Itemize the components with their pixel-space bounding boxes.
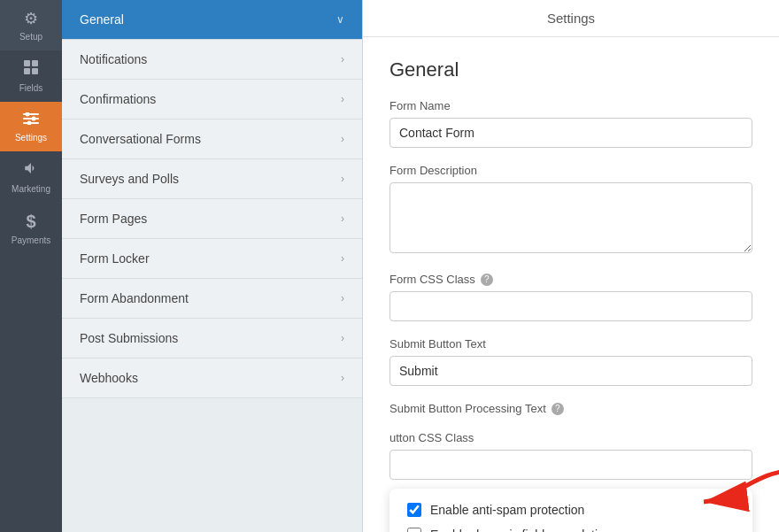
dynamic-fields-checkbox[interactable] xyxy=(407,528,421,532)
sidebar-item-post-submissions[interactable]: Post Submissions › xyxy=(62,319,362,359)
content-area: General Form Name Form Description Form … xyxy=(363,37,779,532)
section-title: General xyxy=(390,58,752,81)
icon-navigation: ⚙ Setup Fields xyxy=(0,0,62,532)
dynamic-fields-row: Enable dynamic fields population xyxy=(407,528,735,532)
button-css-class-group: utton CSS Class Enable anti-spam protect… xyxy=(390,431,752,532)
sidebar-item-form-locker[interactable]: Form Locker › xyxy=(62,239,362,279)
main-content: Settings General Form Name Form Descript… xyxy=(363,0,779,532)
nav-label-payments: Payments xyxy=(12,235,50,245)
submit-button-text-group: Submit Button Text xyxy=(390,337,752,386)
form-description-textarea[interactable] xyxy=(390,182,752,253)
sidebar-label-conversational-forms: Conversational Forms xyxy=(80,132,201,146)
page-title: Settings xyxy=(547,11,595,26)
form-name-input[interactable] xyxy=(390,118,752,148)
svg-rect-2 xyxy=(24,68,30,74)
sidebar-label-webhooks: Webhooks xyxy=(80,371,138,385)
svg-rect-0 xyxy=(24,60,30,66)
sidebar-item-general[interactable]: General ∨ xyxy=(62,0,362,40)
svg-point-8 xyxy=(32,117,36,121)
nav-item-marketing[interactable]: Marketing xyxy=(0,151,62,203)
sidebar-item-notifications[interactable]: Notifications › xyxy=(62,40,362,80)
chevron-right-icon: › xyxy=(341,212,344,225)
nav-label-fields: Fields xyxy=(19,83,43,93)
antispam-row: Enable anti-spam protection xyxy=(407,503,735,517)
sidebar-label-confirmations: Confirmations xyxy=(80,92,156,106)
nav-item-settings[interactable]: Settings xyxy=(0,102,62,151)
sidebar-label-post-submissions: Post Submissions xyxy=(80,331,178,345)
sidebar-label-form-locker: Form Locker xyxy=(80,251,150,266)
nav-item-setup[interactable]: ⚙ Setup xyxy=(0,0,62,50)
submit-button-text-label: Submit Button Text xyxy=(390,337,752,351)
nav-label-settings: Settings xyxy=(15,133,47,143)
svg-point-9 xyxy=(27,121,32,126)
dynamic-fields-label[interactable]: Enable dynamic fields population xyxy=(430,528,612,532)
chevron-right-icon: › xyxy=(341,292,344,305)
form-name-group: Form Name xyxy=(390,99,752,148)
form-description-label: Form Description xyxy=(390,164,752,177)
form-css-class-group: Form CSS Class ? xyxy=(390,273,752,321)
chevron-right-icon: › xyxy=(341,53,344,66)
sidebar-item-form-pages[interactable]: Form Pages › xyxy=(62,199,362,239)
chevron-right-icon: › xyxy=(341,93,344,105)
form-css-class-label: Form CSS Class ? xyxy=(390,273,752,286)
nav-item-payments[interactable]: $ Payments xyxy=(0,203,62,254)
chevron-right-icon: › xyxy=(341,372,344,384)
chevron-right-icon: › xyxy=(341,173,344,185)
form-css-class-input[interactable] xyxy=(390,291,752,321)
nav-label-marketing: Marketing xyxy=(12,184,50,194)
dollar-icon: $ xyxy=(26,212,35,232)
svg-rect-1 xyxy=(32,60,38,66)
nav-item-fields[interactable]: Fields xyxy=(0,50,62,102)
sidebar-item-webhooks[interactable]: Webhooks › xyxy=(62,359,362,398)
sidebar-item-conversational-forms[interactable]: Conversational Forms › xyxy=(62,120,362,159)
top-bar: Settings xyxy=(363,0,779,37)
button-css-class-label: utton CSS Class xyxy=(390,431,752,444)
button-css-class-input[interactable] xyxy=(390,450,752,480)
sidebar-item-confirmations[interactable]: Confirmations › xyxy=(62,80,362,120)
svg-rect-5 xyxy=(23,118,39,120)
chevron-right-icon: › xyxy=(341,252,344,265)
chevron-right-icon: › xyxy=(341,133,344,145)
checkbox-section: Enable anti-spam protection Enable dynam… xyxy=(390,489,752,532)
antispam-checkbox[interactable] xyxy=(407,503,421,517)
sidebar-label-surveys-polls: Surveys and Polls xyxy=(80,172,179,186)
antispam-label[interactable]: Enable anti-spam protection xyxy=(430,503,584,517)
settings-sidebar: General ∨ Notifications › Confirmations … xyxy=(62,0,363,532)
sidebar-label-notifications: Notifications xyxy=(80,52,147,66)
form-name-label: Form Name xyxy=(390,99,752,112)
svg-rect-3 xyxy=(32,68,38,74)
form-description-group: Form Description xyxy=(390,164,752,257)
gear-icon: ⚙ xyxy=(24,9,38,28)
chevron-down-icon: ∨ xyxy=(336,13,344,26)
nav-label-setup: Setup xyxy=(19,32,42,42)
sliders-icon xyxy=(23,111,39,129)
help-icon[interactable]: ? xyxy=(481,274,493,286)
help-icon-processing[interactable]: ? xyxy=(551,403,564,415)
megaphone-icon xyxy=(23,160,39,181)
svg-point-7 xyxy=(26,112,30,117)
sidebar-label-general: General xyxy=(80,12,124,27)
submit-button-text-input[interactable] xyxy=(390,356,752,386)
fields-icon xyxy=(23,59,39,80)
sidebar-item-form-abandonment[interactable]: Form Abandonment › xyxy=(62,279,362,319)
chevron-right-icon: › xyxy=(341,332,344,344)
sidebar-label-form-pages: Form Pages xyxy=(80,212,147,226)
sidebar-label-form-abandonment: Form Abandonment xyxy=(80,291,189,305)
sidebar-item-surveys-polls[interactable]: Surveys and Polls › xyxy=(62,159,362,199)
submit-button-processing-group: Submit Button Processing Text ? xyxy=(390,402,752,415)
submit-button-processing-label: Submit Button Processing Text ? xyxy=(390,402,752,415)
